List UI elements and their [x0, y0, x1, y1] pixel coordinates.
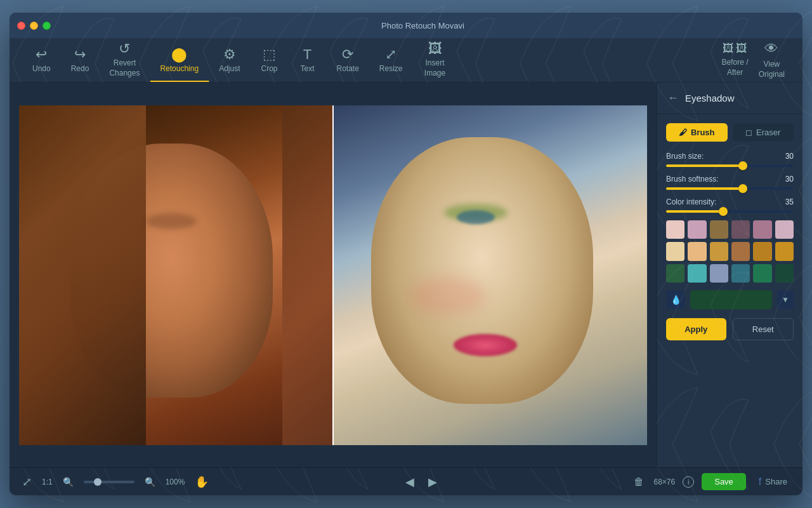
text-button[interactable]: T Text — [289, 44, 327, 77]
share-button[interactable]: f Share — [754, 472, 792, 491]
prev-button[interactable]: ◀ — [402, 474, 418, 490]
adjust-icon: ⚙ — [223, 48, 236, 62]
minimize-button[interactable] — [30, 22, 38, 30]
revert-icon: ↺ — [119, 42, 130, 56]
color-swatch-18[interactable] — [775, 264, 794, 283]
rotate-icon: ⟳ — [342, 48, 353, 62]
eraser-button[interactable]: ◻ Eraser — [733, 123, 794, 142]
color-intensity-thumb[interactable] — [719, 207, 728, 216]
zoom-slider[interactable] — [84, 481, 134, 483]
save-button[interactable]: Save — [702, 473, 746, 490]
before-after-button[interactable]: 🖼🖼 Before /After — [717, 39, 754, 80]
window-title: Photo Retouch Movavi — [51, 21, 795, 30]
info-icon: i — [688, 478, 689, 486]
rotate-button[interactable]: ⟳ Rotate — [327, 44, 369, 77]
brush-button[interactable]: 🖌 Brush — [666, 123, 728, 142]
color-swatch-14[interactable] — [688, 264, 706, 283]
color-swatch-3[interactable] — [710, 220, 728, 239]
retouching-icon: ⬤ — [171, 48, 187, 62]
brush-size-thumb[interactable] — [738, 161, 747, 170]
view-original-icon: 👁 — [764, 41, 778, 57]
back-button[interactable]: ← — [667, 91, 679, 105]
color-swatch-11[interactable] — [753, 242, 771, 260]
split-divider[interactable] — [332, 105, 334, 445]
photo-before — [19, 105, 333, 445]
panel-header: ← Eyeshadow — [657, 83, 802, 114]
color-swatch-6[interactable] — [775, 220, 794, 239]
color-swatch-7[interactable] — [666, 242, 684, 260]
brush-softness-thumb[interactable] — [738, 184, 747, 193]
color-swatch-4[interactable] — [731, 220, 750, 239]
color-swatch-12[interactable] — [775, 242, 794, 260]
eye-left-natural — [146, 213, 197, 229]
undo-icon: ↩ — [36, 48, 47, 62]
facebook-icon: f — [759, 476, 761, 488]
resize-icon: ⤢ — [385, 48, 396, 62]
color-swatch-5[interactable] — [753, 220, 771, 239]
resize-button[interactable]: ⤢ Resize — [369, 44, 413, 77]
hair-left — [19, 105, 146, 445]
hair-right-left — [282, 105, 333, 445]
revert-button[interactable]: ↺ RevertChanges — [99, 38, 150, 82]
blush-right — [409, 277, 485, 315]
color-intensity-section: Color intensity: 35 — [666, 197, 794, 213]
color-swatch-1[interactable] — [666, 220, 684, 239]
zoom-out-button[interactable]: 🔍 — [60, 474, 76, 490]
brush-size-label: Brush size: — [666, 152, 704, 161]
redo-icon: ↪ — [74, 48, 86, 62]
color-dropdown-button[interactable]: ▼ — [777, 290, 794, 309]
eyedropper-button[interactable]: 💧 — [666, 290, 685, 309]
apply-button[interactable]: Apply — [666, 318, 726, 340]
canvas-area[interactable] — [10, 83, 657, 467]
coords-display: 68×76 — [654, 478, 676, 486]
action-buttons: Apply Reset — [666, 318, 794, 340]
brush-size-track[interactable] — [666, 164, 794, 167]
delete-button[interactable]: 🗑 — [631, 474, 646, 490]
color-swatch-2[interactable] — [688, 220, 706, 239]
zoom-percent: 100% — [166, 478, 185, 486]
color-swatch-10[interactable] — [731, 242, 750, 260]
crop-button[interactable]: ⬚ Crop — [251, 44, 289, 77]
next-button[interactable]: ▶ — [424, 474, 441, 490]
color-swatch-15[interactable] — [710, 264, 728, 283]
zoom-thumb[interactable] — [94, 478, 102, 486]
bottom-bar: ⤢ 1:1 🔍 🔍 100% ✋ ◀ ▶ 🗑 68×76 i Save f Sh… — [10, 467, 802, 495]
close-button[interactable] — [17, 22, 25, 30]
hand-tool-button[interactable]: ✋ — [192, 472, 211, 491]
brush-softness-value: 30 — [785, 175, 794, 184]
zoom-in-button[interactable]: 🔍 — [142, 474, 158, 490]
color-swatch-17[interactable] — [753, 264, 771, 283]
color-swatch-16[interactable] — [731, 264, 750, 283]
adjust-button[interactable]: ⚙ Adjust — [209, 44, 250, 77]
retouching-button[interactable]: ⬤ Retouching — [150, 44, 209, 77]
eye-right-colored — [457, 210, 495, 224]
face-skin-right — [371, 137, 593, 404]
redo-button[interactable]: ↪ Redo — [61, 44, 100, 77]
reset-button[interactable]: Reset — [733, 318, 794, 340]
color-swatch-13[interactable] — [666, 264, 684, 283]
eyedropper-icon: 💧 — [671, 295, 681, 305]
maximize-button[interactable] — [43, 22, 51, 30]
toolbar: ↩ Undo ↪ Redo ↺ RevertChanges ⬤ Retouchi… — [10, 38, 802, 83]
color-intensity-track[interactable] — [666, 210, 794, 213]
before-after-icon: 🖼🖼 — [723, 42, 747, 55]
title-bar: Photo Retouch Movavi — [10, 13, 802, 38]
tool-toggle: 🖌 Brush ◻ Eraser — [666, 123, 794, 142]
undo-button[interactable]: ↩ Undo — [22, 44, 61, 77]
traffic-lights — [17, 22, 51, 30]
info-button[interactable]: i — [683, 476, 694, 488]
zoom-ratio-label: 1:1 — [42, 478, 53, 486]
custom-color-swatch[interactable] — [690, 290, 772, 309]
insert-image-button[interactable]: 🖼 InsertImage — [413, 38, 457, 82]
view-original-button[interactable]: 👁 ViewOriginal — [754, 38, 790, 82]
brush-softness-track[interactable] — [666, 187, 794, 190]
brush-icon: 🖌 — [679, 128, 687, 137]
color-swatch-9[interactable] — [710, 242, 728, 260]
photo-display — [19, 105, 647, 445]
brush-softness-label: Brush softness: — [666, 175, 719, 184]
photo-after — [333, 105, 647, 445]
color-swatch-8[interactable] — [688, 242, 706, 260]
color-intensity-value: 35 — [785, 197, 794, 206]
custom-color-row: 💧 ▼ — [666, 290, 794, 309]
fullscreen-button[interactable]: ⤢ — [20, 472, 34, 491]
